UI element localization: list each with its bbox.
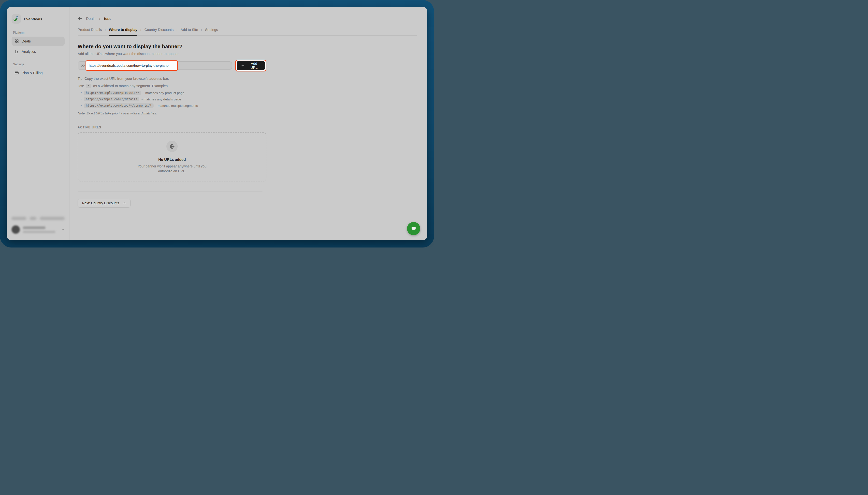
credit-card-icon: [15, 71, 19, 75]
active-urls-heading: ACTIVE URLS: [78, 125, 417, 129]
sidebar-item-label: Deals: [22, 39, 31, 43]
tab-separator: ›: [201, 28, 202, 32]
bullet: •: [81, 104, 82, 107]
next-step-button[interactable]: Next: Country Discounts: [78, 199, 131, 207]
link-icon: [80, 63, 85, 68]
redacted-text: [40, 217, 65, 220]
main-content: Deals › test Product Details › Where to …: [70, 7, 427, 240]
add-url-label: Add URL: [247, 62, 261, 69]
example-description: - matches any product page: [143, 91, 184, 95]
add-url-highlight: Add URL: [235, 60, 266, 71]
example-pattern: https://example.com/*/details: [84, 97, 140, 101]
sidebar-footer: [12, 217, 65, 234]
sidebar-item-label: Plan & Billing: [22, 71, 43, 75]
sidebar-item-analytics[interactable]: Analytics: [12, 47, 65, 56]
chevron-down-icon: [62, 228, 65, 231]
globe-icon: [166, 141, 178, 152]
app-window: Evendeals Platform Deals: [7, 7, 427, 240]
breadcrumb-separator: ›: [99, 16, 100, 21]
active-urls-empty-state: No URLs added Your banner won't appear a…: [78, 132, 266, 182]
sidebar-item-label: Analytics: [22, 50, 36, 53]
bullet: •: [81, 91, 82, 95]
wildcard-instruction: Use * as a wildcard to match any segment…: [78, 84, 417, 88]
user-profile[interactable]: [12, 225, 65, 234]
tab-settings[interactable]: Settings: [205, 28, 218, 32]
tab-separator: ›: [177, 28, 178, 32]
url-input[interactable]: [89, 64, 175, 68]
example-row: • https://example.com/blog/*/comments/* …: [78, 103, 417, 108]
tab-country-discounts[interactable]: Country Discounts: [145, 28, 174, 32]
redacted-user-name: [23, 226, 46, 229]
breadcrumb-current: test: [104, 16, 111, 21]
section-divider: [78, 191, 262, 192]
empty-state-text: Your banner won't appear anywhere until …: [137, 165, 207, 168]
wildcard-symbol: *: [86, 84, 92, 88]
arrow-left-icon[interactable]: [78, 16, 82, 21]
sidebar-section-platform: Platform: [13, 31, 63, 34]
sidebar: Evendeals Platform Deals: [7, 7, 70, 240]
url-input-highlight: [85, 61, 178, 71]
empty-state-text: authorize an URL.: [158, 170, 186, 173]
example-row: • https://example.com/products/* - match…: [78, 90, 417, 95]
redacted-text: [30, 217, 36, 220]
arrow-right-icon: [122, 201, 126, 205]
example-row: • https://example.com/*/details - matche…: [78, 97, 417, 101]
wildcard-examples: • https://example.com/products/* - match…: [78, 90, 417, 108]
tip-text: Tip: Copy the exact URL from your browse…: [78, 76, 417, 81]
example-description: - matches any details page: [142, 98, 181, 101]
tab-separator: ›: [105, 28, 106, 32]
chat-bubble-icon: [410, 225, 417, 232]
sidebar-item-deals[interactable]: Deals: [12, 37, 65, 46]
plus-icon: [241, 64, 245, 68]
priority-note: Note: Exact URLs take priority over wild…: [78, 112, 417, 115]
step-tabs: Product Details › Where to display › Cou…: [78, 28, 417, 36]
chat-widget-button[interactable]: [407, 222, 420, 235]
page-subtitle: Add all the URLs where you want the disc…: [78, 52, 417, 56]
app-name: Evendeals: [24, 17, 42, 21]
next-step-label: Next: Country Discounts: [82, 201, 119, 205]
tab-separator: ›: [140, 28, 142, 32]
url-form-row: Add URL: [78, 60, 266, 71]
redacted-user-info: [23, 226, 59, 233]
avatar: [12, 225, 20, 234]
bar-chart-icon: [15, 49, 19, 54]
wildcard-suffix: as a wildcard to match any segment. Exam…: [93, 84, 168, 88]
sidebar-section-settings: Settings: [13, 63, 63, 66]
redacted-plan-info: [12, 217, 65, 220]
redacted-text: [12, 217, 26, 220]
breadcrumb-deals[interactable]: Deals: [86, 16, 95, 21]
wildcard-prefix: Use: [78, 84, 84, 88]
grid-icon: [15, 39, 19, 44]
redacted-user-email: [23, 231, 55, 233]
empty-state-title: No URLs added: [158, 157, 186, 161]
tab-product-details[interactable]: Product Details: [78, 28, 102, 32]
bullet: •: [81, 98, 82, 101]
page-title: Where do you want to display the banner?: [78, 44, 417, 49]
evendeals-logo-icon: [12, 14, 21, 23]
add-url-button[interactable]: Add URL: [237, 61, 265, 70]
example-pattern: https://example.com/products/*: [84, 90, 141, 95]
sidebar-item-plan-billing[interactable]: Plan & Billing: [12, 68, 65, 78]
example-pattern: https://example.com/blog/*/comments/*: [84, 103, 153, 108]
tab-add-to-site[interactable]: Add to Site: [181, 28, 198, 32]
example-description: - matches multiple segments: [156, 104, 198, 107]
tab-where-to-display[interactable]: Where to display: [109, 28, 137, 36]
breadcrumb: Deals › test: [78, 16, 417, 21]
url-input-container: [78, 62, 232, 70]
app-logo-row[interactable]: Evendeals: [12, 14, 65, 23]
